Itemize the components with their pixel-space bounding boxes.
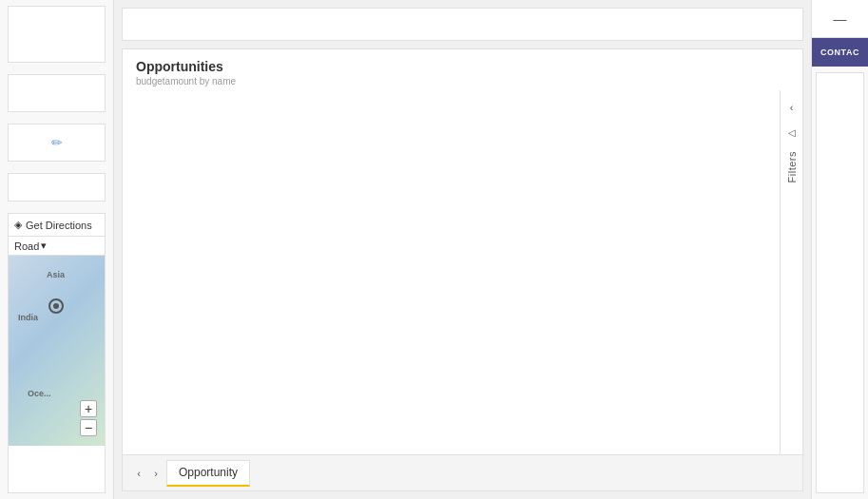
tab-next-button[interactable]: ›	[147, 465, 164, 482]
zoom-in-button[interactable]: +	[80, 400, 97, 417]
right-card	[816, 72, 864, 493]
left-second-card	[8, 74, 106, 112]
main-content: Opportunities budgetamount by name ‹ ◁ F…	[114, 0, 811, 499]
filters-funnel-button[interactable]: ◁	[782, 123, 801, 142]
tab-opportunity[interactable]: Opportunity	[166, 460, 250, 487]
opportunities-body: ‹ ◁ Filters	[123, 90, 802, 454]
opportunities-card: Opportunities budgetamount by name ‹ ◁ F…	[122, 48, 803, 491]
top-partial-card	[122, 8, 803, 41]
opportunities-title: Opportunities	[136, 59, 789, 74]
map-card: ◈ Get Directions Road ▾ Asia India Oce..…	[8, 213, 106, 493]
left-panel: ✏ ◈ Get Directions Road ▾ Asia India Oce…	[0, 0, 114, 499]
road-dropdown[interactable]: Road ▾	[9, 237, 105, 256]
dropdown-arrow-icon: ▾	[41, 240, 47, 252]
tab-bar: ‹ › Opportunity	[123, 454, 802, 490]
contact-section[interactable]: CONTAC	[812, 38, 868, 67]
edit-icon-card: ✏	[8, 124, 106, 162]
map-label-ocean: Oce...	[28, 389, 51, 398]
tab-opportunity-label: Opportunity	[179, 466, 238, 479]
right-panel: — CONTAC	[811, 0, 868, 499]
left-card-extra	[8, 173, 106, 202]
contact-label: CONTAC	[820, 48, 859, 57]
filters-collapse-button[interactable]: ‹	[782, 98, 801, 117]
directions-icon: ◈	[14, 219, 22, 231]
filters-label[interactable]: Filters	[786, 151, 798, 182]
right-collapse-button[interactable]: —	[812, 0, 868, 38]
zoom-out-button[interactable]: −	[80, 419, 97, 436]
map-label-asia: Asia	[47, 270, 65, 279]
get-directions-label: Get Directions	[26, 220, 92, 231]
map-area: Asia India Oce... + −	[9, 256, 105, 446]
map-pin	[48, 298, 64, 314]
map-label-india: India	[18, 313, 38, 322]
opportunities-header: Opportunities budgetamount by name	[123, 49, 802, 90]
get-directions-button[interactable]: ◈ Get Directions	[9, 214, 105, 237]
left-top-card	[8, 6, 106, 63]
collapse-icon: —	[834, 11, 847, 27]
opportunities-subtitle: budgetamount by name	[136, 76, 789, 86]
road-label: Road	[14, 240, 39, 252]
pencil-icon[interactable]: ✏	[51, 135, 63, 150]
tab-prev-button[interactable]: ‹	[130, 465, 147, 482]
filters-sidebar: ‹ ◁ Filters	[780, 90, 802, 454]
